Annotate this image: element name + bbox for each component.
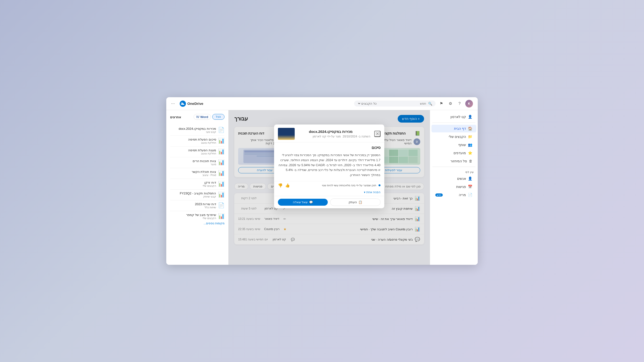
modal-expand-link[interactable]: הפניה אחת ▾ [274,190,384,196]
rp-list-item[interactable]: 📊 התפלגות תקציב - FY23Q2 קבצי שיותק [170,190,224,200]
rp-item-info7: התפלגות תקציב - FY23Q2 קבצי שיותק [170,192,216,198]
rp-list-item[interactable]: 📊 סיכום הפעלת חסימה חחלקת עיצוב [170,136,224,146]
shared-icon: 👥 [468,143,472,147]
rp-list-item[interactable]: 📄 מכירות במקסיקו.2024.docx קבצי מצי [170,125,224,136]
ppt-icon2: 📊 [218,138,224,144]
people-icon: 👤 [468,176,472,181]
recent-items-list: 📄 מכירות במקסיקו.2024.docx קבצי מצי 📊 סי… [170,125,224,222]
rp-item-sub3: חחלקת עיצוב [170,152,216,155]
ppt-icon3: 📊 [218,148,224,155]
settings-icon[interactable]: ⚙ [447,100,454,107]
onedrive-icon [180,100,186,107]
sidebar-item-home[interactable]: 🏠 דף הבית [432,125,476,132]
word-filter-badge[interactable]: Word W [194,114,211,120]
trash-icon: 🗑 [469,159,472,163]
sidebar-item-shared[interactable]: 👥 שותף [432,141,476,149]
sidebar-item-recycle[interactable]: 🗑 סל המיחזור [432,157,476,165]
rp-item-sub9: הקבצים שלי [170,217,216,220]
modal-header: ✕ מכירות במקסיקו.2024.docx השתנה ב- 20/1… [274,124,384,142]
rp-list-item[interactable]: 📄 דוח שירות 2023 שיחות כלל [170,200,224,211]
ask-question-button[interactable]: 💬 שאל שאלה [278,199,328,206]
rp-filter-all[interactable]: הכל [212,114,224,120]
rp-item-sub8: שיחות כלל [170,206,216,209]
ppt-icon9: 📊 [218,213,224,219]
copy-button[interactable]: 📋 העתק [330,198,380,206]
folder-icon: 📁 [468,135,472,139]
word-icon: W [196,115,199,119]
word-doc-icon: 📄 [218,127,224,133]
rp-list-item[interactable]: 📊 שיתרוף מצב של קמפר הקבצים שלי [170,211,224,222]
rp-item-info8: דוח שירות 2023 שיחות כלל [170,202,216,209]
word-icon8: 📄 [218,202,224,209]
rp-item-name8: דוח שירות 2023 [170,202,216,206]
summary-modal: ✕ מכירות במקסיקו.2024.docx השתנה ב- 20/1… [274,124,384,208]
rp-item-name9: שיתרוף מצב של קמפר [170,213,216,217]
main-content: + הוסף חדש עבורך 📗 התפלגות תקציב - FY23Q… [228,110,430,265]
flag-icon[interactable]: ⚑ [438,100,445,107]
modal-close-button[interactable]: ✕ [374,131,380,137]
sidebar-item-people[interactable]: 👤 אנשים [432,175,476,182]
ppt-icon5: 📊 [218,170,224,176]
question-icon: 💬 [309,200,313,204]
sidebar-item-favorites[interactable]: ⭐ מועדפים [432,149,476,157]
ppt-icon6: 📊 [218,181,224,187]
modal-thumb-image [278,128,295,140]
rp-list-item[interactable]: 📊 מצגת הפעלת חסימה חחלקת עיצוב [170,146,224,157]
rp-item-name7: התפלגות תקציב - FY23Q2 [170,192,216,195]
user-avatar[interactable]: K [465,100,473,107]
modal-header-right: מכירות במקסיקו.2024.docx השתנה ב- 20/10/… [309,129,374,138]
modal-overlay: ✕ מכירות במקסיקו.2024.docx השתנה ב- 20/1… [228,110,430,265]
rp-list-item[interactable]: 📊 דוח זרקן הקבצים שלי [170,179,224,190]
rp-item-info: מכירות במקסיקו.2024.docx קבצי מצי [170,127,216,134]
sidebar-item-meetings[interactable]: 📅 פגישות [432,183,476,191]
search-icon: 🔍 [428,102,432,106]
modal-footer: 📋 העתק 💬 שאל שאלה [274,196,384,208]
modal-thumb [278,128,295,140]
rp-item-name6: דוח זרקן [170,181,216,184]
rp-item-info3: מצגת הפעלת חסימה חחלקת עיצוב [170,148,216,155]
rp-item-info6: דוח זרקן הקבצים שלי [170,181,216,187]
rp-item-sub2: חחלקת עיצוב [170,141,216,144]
sidebar-divider [432,123,475,123]
modal-body: המסמך דן במכירות של אנשי המכירות במקסיקו… [274,151,384,181]
thumbs-down-icon[interactable]: 👎 [278,183,283,188]
rp-filter-row: הכל Word W [194,114,224,120]
thumbs-up-icon[interactable]: 👍 [285,183,290,188]
feedback-text: תוכן שנמצר על-ידי בינה מלאכותית עשוי להי… [292,184,376,187]
search-input[interactable] [380,102,426,105]
rp-list-item[interactable]: 📊 צוות תוכנות הרים מוצר [170,157,224,168]
rp-item-name: מכירות במקסיקו.2024.docx [170,127,216,130]
sidebar-item-maria[interactable]: 📄 מריה חדש [432,191,476,199]
sidebar-item-my-files[interactable]: 📁 הקבצים שלי [432,133,476,141]
search-bar: 🔍 כל הקבצים [354,100,436,106]
more-locations-link[interactable]: מקומות נוספים... [170,222,224,225]
feedback-dot [378,184,380,186]
sidebar-divider2 [432,167,475,167]
copy-icon: 📋 [358,200,362,204]
modal-summary-title: סיכום [274,142,384,151]
new-badge: חדש [435,193,443,197]
rp-item-sub: קבצי מצי [170,130,216,134]
rp-item-info2: סיכום הפעלת חסימה חחלקת עיצוב [170,138,216,144]
help-icon[interactable]: ? [456,100,463,107]
star-icon: ⭐ [468,151,472,155]
grid-icon[interactable]: ⋯ [171,101,175,106]
doc-icon: 📄 [468,193,472,197]
rp-item-name2: סיכום הפעלת חסימה [170,138,216,141]
sidebar-item-top[interactable]: 👤 קט לארסון [432,113,476,121]
recent-section-title: אחרונים [170,115,181,119]
sidebar: 👤 קט לארסון 🏠 דף הבית 📁 הקבצים שלי 👥 שות… [430,110,478,265]
excel-icon4: 📊 [218,159,224,165]
rp-item-info9: שיתרוף מצב של קמפר הקבצים שלי [170,213,216,220]
rp-item-info5: צוות תוכלת הקשר Prod · עיצוב [170,170,216,177]
user-icon: 👤 [468,115,472,119]
word-label: Word [200,115,208,119]
home-icon: 🏠 [468,126,472,131]
rp-item-info4: צוות תוכנות הרים מוצר [170,159,216,166]
rp-list-item[interactable]: 📊 צוות תוכלת הקשר Prod · עיצוב [170,168,224,179]
calendar-icon: 📅 [468,185,472,189]
search-filter-select[interactable]: כל הקבצים [358,101,378,106]
excel-icon7: 📊 [218,192,224,198]
rp-item-name3: מצגת הפעלת חסימה [170,148,216,152]
modal-title: מכירות במקסיקו.2024.docx [309,129,352,134]
